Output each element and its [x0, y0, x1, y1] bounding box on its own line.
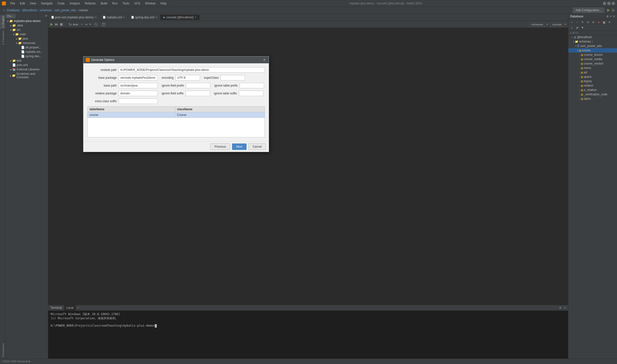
db-sync-icon[interactable]: ⟳ [591, 20, 596, 25]
db-compare-icon[interactable]: ⇄ [575, 25, 579, 30]
mybatis-tab-close[interactable]: ✕ [123, 16, 125, 19]
menu-build[interactable]: Build [98, 1, 110, 6]
terminal-settings-icon[interactable]: ⚙ [558, 305, 563, 311]
db-item-space[interactable]: ▸ ▦ space [568, 75, 617, 79]
ignore-field-suffix-input[interactable] [186, 91, 210, 96]
tree-root[interactable]: ▾ 📁 mybatis-plus-demo [5, 19, 48, 23]
project-vtab[interactable]: 1: Project [0, 15, 5, 29]
db-jump-icon[interactable]: ⤵ [569, 25, 574, 30]
db-item-course-lesson[interactable]: ▸ ▦ course_lesson [568, 52, 617, 57]
table-row[interactable]: course Course [88, 112, 265, 118]
db-expand-icon[interactable]: ⤢ [610, 15, 612, 18]
console-dropdown-icon[interactable]: ▼ [564, 23, 567, 26]
tree-pom[interactable]: 📄 pom.xml [5, 63, 48, 67]
console-selector[interactable]: console [551, 22, 563, 27]
breadcrumb-ssm[interactable]: ssm_power_edu [54, 9, 76, 12]
maximize-button[interactable] [607, 2, 611, 5]
rollback-icon[interactable] [89, 23, 93, 26]
tree-resources[interactable]: ▾ 📁 resources [5, 41, 48, 45]
next-button[interactable]: Next [232, 143, 247, 150]
menu-vcs[interactable]: VCS [132, 1, 143, 6]
menu-edit[interactable]: Edit [17, 1, 27, 6]
tab-mybatis-xml[interactable]: 📄 mybatis.xml ✕ [100, 15, 128, 20]
tab-console[interactable]: ▶ console [@localhost] ✕ [160, 15, 199, 20]
ignore-table-suffix-input[interactable] [239, 91, 263, 96]
breadcrumb-database[interactable]: Database [7, 9, 19, 12]
tree-idea[interactable]: ▸ 📁 .idea [5, 23, 48, 28]
menu-file[interactable]: File [8, 1, 17, 6]
db-item-course-section[interactable]: ▸ ▦ course_section [568, 61, 617, 66]
module-path-input[interactable] [118, 67, 265, 73]
ignore-field-prefix-input[interactable] [186, 83, 210, 88]
base-path-input[interactable] [118, 83, 158, 88]
previous-button[interactable]: Previous [210, 143, 230, 150]
minimize-button[interactable] [603, 2, 606, 5]
tree-external-libs[interactable]: ▸ 📚 External Libraries [5, 67, 48, 72]
db-edit-icon[interactable]: ✏ [607, 20, 612, 25]
encoding-input[interactable] [176, 75, 200, 80]
run-icon[interactable] [606, 8, 610, 12]
db-minus-icon[interactable]: − [575, 20, 579, 25]
close-button[interactable] [612, 2, 615, 5]
run-query-icon[interactable] [50, 23, 53, 26]
console-tab-close[interactable]: ✕ [194, 16, 196, 19]
menu-help[interactable]: Help [158, 1, 169, 6]
db-item-lation[interactable]: ▸ ▦ lation [568, 97, 617, 101]
ignore-table-prefix-input[interactable] [240, 83, 264, 88]
menu-tools[interactable]: Tools [120, 1, 132, 6]
add-configuration-button[interactable]: Add Configuration... [573, 8, 604, 13]
tx-selector[interactable]: Tx: Auto [67, 23, 80, 26]
terminal-close-icon[interactable]: ✕ [563, 305, 567, 311]
db-item-menu[interactable]: ▸ ▦ menu [568, 66, 617, 70]
spring-dao-tab-close[interactable]: ✕ [155, 16, 157, 19]
db-item-relation[interactable]: ▸ ▦ relation [568, 83, 617, 88]
relative-package-input[interactable] [118, 91, 158, 96]
db-filter-icon[interactable]: ▼ [580, 25, 585, 30]
menu-code[interactable]: Code [55, 1, 67, 6]
schema-selector[interactable]: <schema> [529, 22, 545, 27]
menu-analyze[interactable]: Analyze [67, 1, 82, 6]
window-controls[interactable] [603, 2, 615, 5]
sidebar-tab-project[interactable]: Pro... [5, 14, 16, 19]
tx-dropdown-icon[interactable] [81, 23, 83, 26]
super-class-input[interactable] [221, 75, 245, 80]
tree-main[interactable]: ▾ 📁 main [5, 32, 48, 36]
menu-view[interactable]: View [27, 1, 39, 6]
commit-icon[interactable] [84, 23, 88, 26]
db-item-ssm[interactable]: ▾ 🗄 ssm_power_edu [568, 44, 617, 48]
db-add-icon[interactable]: + [569, 20, 574, 25]
tree-test[interactable]: ▸ 📁 test [5, 58, 48, 63]
breadcrumb-localhost[interactable]: @localhost [22, 9, 37, 12]
tree-mybatis-xml[interactable]: 📄 mybatis.xm... [5, 50, 48, 54]
db-close-icon[interactable]: ✕ [613, 15, 615, 18]
run-all-icon[interactable] [54, 23, 58, 26]
stop-icon[interactable] [59, 23, 63, 26]
persistence-vtab[interactable]: Persistence [0, 342, 5, 359]
extra-class-suffix-input[interactable] [118, 99, 158, 104]
tree-db-props[interactable]: 📄 db.propert... [5, 45, 48, 50]
menu-bar[interactable]: File Edit View Navigate Code Analyze Ref… [8, 1, 169, 6]
terminal-prompt[interactable]: H:\POWER_NODE\Projects\ClassroomTeaching… [51, 324, 566, 328]
back-icon[interactable] [2, 8, 6, 12]
favorites-vtab[interactable]: 2: Favorites [0, 29, 5, 46]
tree-java[interactable]: ▸ 📁 java [5, 36, 48, 41]
db-item-localhost[interactable]: ✓ 🖧 @localhost [568, 35, 617, 39]
local-tab[interactable]: Local [64, 305, 76, 311]
tab-spring-dao[interactable]: 📄 spring-dao.xml ✕ [128, 15, 160, 20]
db-item-course[interactable]: ▾ ▦ course [568, 48, 617, 52]
add-terminal-button[interactable]: + [76, 305, 80, 311]
tree-src[interactable]: ▾ 📁 src [5, 28, 48, 32]
menu-navigate[interactable]: Navigate [39, 1, 55, 6]
base-package-input[interactable] [118, 75, 158, 80]
db-item-category[interactable]: ▸ ▦ tegory [568, 79, 617, 83]
tree-spring-dao[interactable]: 📄 spring-dao... [5, 54, 48, 58]
debug-icon[interactable] [611, 8, 615, 12]
menu-run[interactable]: Run [110, 1, 120, 6]
db-item-ad[interactable]: ▸ ▦ ad [568, 70, 617, 75]
db-stop-icon[interactable]: ■ [596, 20, 601, 25]
db-item-course-media[interactable]: ▸ ▦ course_media [568, 57, 617, 61]
tab-pom-xml[interactable]: 📄 pom.xml (mybatis-plus-demo) ✕ [48, 15, 100, 20]
dialog-close-button[interactable]: ✕ [263, 58, 266, 62]
tree-scratches[interactable]: ▸ 📁 Scratches and Consoles [5, 72, 48, 79]
sidebar-settings-icon[interactable]: ⚙ [45, 14, 47, 18]
